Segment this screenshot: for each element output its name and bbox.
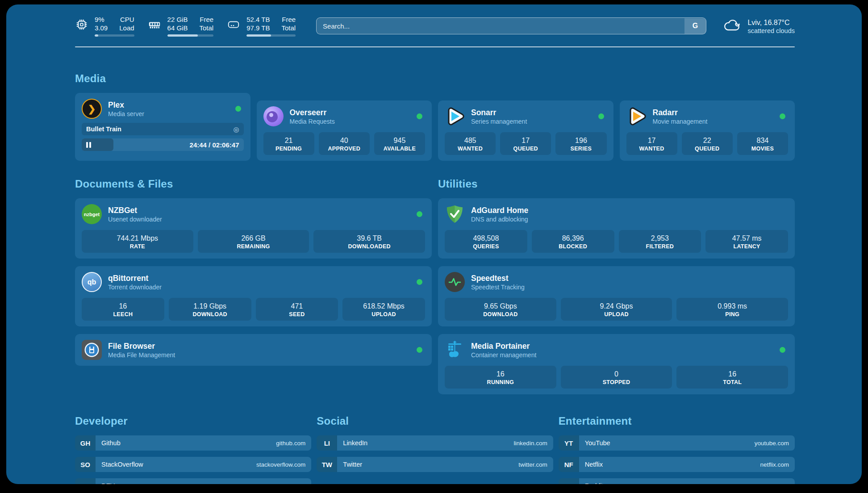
weather-widget[interactable]: Lviv, 16.87°C scattered clouds (723, 17, 795, 34)
ram-free-value: 22 GiB (167, 15, 188, 24)
dashboard-page: 9% 3.09 CPU Load (6, 4, 862, 484)
card-portainer[interactable]: Media Portainer Container management 16 … (438, 334, 795, 394)
link-abbr: TW (317, 457, 337, 472)
cpu-load-label: Load (119, 24, 134, 32)
card-subtitle: Media server (108, 110, 235, 118)
search-engine-button[interactable]: G (684, 18, 706, 34)
section-title-entertainment: Entertainment (559, 415, 795, 427)
link-abbr: LI (317, 435, 337, 451)
status-dot (417, 113, 422, 119)
link-dev[interactable]: DT DEV dev.to (75, 478, 311, 484)
card-speedtest[interactable]: Speedtest Speedtest Tracking 9.65 Gbps D… (438, 266, 795, 326)
speedtest-icon (445, 272, 465, 292)
link-name: Twitter (343, 461, 362, 468)
cpu-stat-group: 9% 3.09 CPU Load (75, 15, 134, 37)
portainer-icon (445, 340, 465, 360)
status-dot (598, 113, 604, 119)
stat-remaining: 266 GB REMAINING (198, 230, 309, 253)
link-url: youtube.com (755, 440, 789, 447)
disk-free-value: 52.4 TB (246, 15, 270, 24)
card-sonarr[interactable]: Sonarr Series management 485 WANTED 17 Q… (438, 100, 613, 161)
link-reddit[interactable]: RE Reddit reddit.com (559, 478, 795, 484)
stat-queries: 498,508 QUERIES (445, 230, 527, 253)
link-abbr: NF (559, 457, 579, 472)
card-subtitle: Speedtest Tracking (471, 283, 788, 291)
disk-icon (227, 18, 240, 31)
status-dot (780, 113, 785, 119)
link-name: Netflix (585, 461, 603, 468)
link-name: DEV (101, 482, 115, 484)
link-stackoverflow[interactable]: SO StackOverflow stackoverflow.com (75, 457, 311, 472)
section-title-social: Social (317, 415, 553, 427)
nzbget-icon: nzbget (82, 204, 102, 224)
link-url: netflix.com (760, 461, 789, 468)
link-url: twitter.com (518, 461, 547, 468)
card-adguard[interactable]: AdGuard Home DNS and adblocking 498,508 … (438, 198, 795, 259)
link-linkedin[interactable]: LI LinkedIn linkedin.com (317, 435, 553, 451)
adguard-icon (445, 204, 465, 224)
link-name: StackOverflow (101, 461, 143, 468)
link-github[interactable]: GH Github github.com (75, 435, 311, 451)
card-radarr[interactable]: Radarr Movie management 17 WANTED 22 QUE… (620, 100, 795, 161)
stat-pending: 21 PENDING (263, 132, 314, 155)
now-playing-title: Bullet Train (86, 125, 233, 133)
weather-location-temp: Lviv, 16.87°C (747, 18, 795, 27)
card-title: Media Portainer (471, 341, 780, 351)
overseerr-icon (263, 106, 284, 126)
stat-available: 945 AVAILABLE (374, 132, 425, 155)
stat-running: 16 RUNNING (445, 366, 556, 389)
link-youtube[interactable]: YT YouTube youtube.com (559, 435, 795, 451)
card-title: Overseerr (290, 108, 417, 117)
stat-queued: 22 QUEUED (682, 132, 733, 155)
stat-series: 196 SERIES (555, 132, 606, 155)
stat-wanted: 485 WANTED (445, 132, 496, 155)
link-name: Reddit (585, 482, 604, 484)
disk-total-value: 97.9 TB (246, 24, 270, 32)
link-twitter[interactable]: TW Twitter twitter.com (317, 457, 553, 472)
card-title: Radarr (653, 108, 780, 117)
playback-progress-bar[interactable]: 24:44 / 02:06:47 (82, 138, 244, 151)
card-overseerr[interactable]: Overseerr Media Requests 21 PENDING 40 A… (257, 100, 432, 161)
link-url: dev.to (290, 483, 306, 485)
status-dot (417, 347, 422, 353)
pause-icon[interactable] (86, 142, 92, 148)
ram-total-label: Total (199, 24, 213, 32)
link-name: LinkedIn (343, 439, 367, 447)
card-qbittorrent[interactable]: qb qBittorrent Torrent downloader 16 LEE… (75, 266, 432, 326)
cpu-usage-value: 9% (95, 15, 108, 24)
card-subtitle: Media Requests (290, 117, 417, 125)
stat-upload: 9.24 Gbps UPLOAD (561, 298, 672, 321)
disk-progress-bar (246, 34, 296, 37)
link-url: linkedin.com (514, 440, 547, 447)
ram-free-label: Free (199, 15, 213, 24)
cpu-progress-bar (95, 34, 134, 37)
link-group-developer: Developer GH Github github.com SO StackO… (75, 415, 311, 484)
card-title: File Browser (108, 341, 417, 351)
search-input[interactable] (316, 17, 706, 34)
card-plex[interactable]: ❯ Plex Media server Bullet Train ◎ 24:44… (75, 93, 250, 161)
card-subtitle: Media File Management (108, 351, 417, 359)
link-netflix[interactable]: NF Netflix netflix.com (559, 457, 795, 472)
camera-icon[interactable]: ◎ (233, 126, 239, 133)
link-url: stackoverflow.com (256, 461, 305, 468)
card-nzbget[interactable]: nzbget NZBGet Usenet downloader 744.21 M… (75, 198, 432, 259)
link-group-entertainment: Entertainment YT YouTube youtube.com NF … (559, 415, 795, 484)
cloud-icon (723, 17, 742, 34)
stat-stopped: 0 STOPPED (561, 366, 672, 389)
stat-latency: 47.57 ms LATENCY (705, 230, 788, 253)
stat-wanted: 17 WANTED (626, 132, 677, 155)
qbittorrent-icon: qb (82, 272, 102, 292)
ram-icon (148, 18, 161, 31)
card-subtitle: DNS and adblocking (471, 215, 788, 223)
utilities-column: Utilities AdGuard Home DNS and adblockin… (438, 178, 795, 394)
card-title: NZBGet (108, 205, 417, 215)
stat-movies: 834 MOVIES (737, 132, 788, 155)
section-title-utilities: Utilities (438, 178, 795, 190)
playback-time: 24:44 / 02:06:47 (190, 141, 239, 149)
stat-blocked: 86,396 BLOCKED (532, 230, 614, 253)
stat-seed: 471 SEED (256, 298, 338, 321)
card-filebrowser[interactable]: File Browser Media File Management (75, 334, 432, 366)
link-name: YouTube (585, 439, 610, 447)
card-subtitle: Torrent downloader (108, 283, 417, 291)
cpu-load-value: 3.09 (95, 24, 108, 32)
